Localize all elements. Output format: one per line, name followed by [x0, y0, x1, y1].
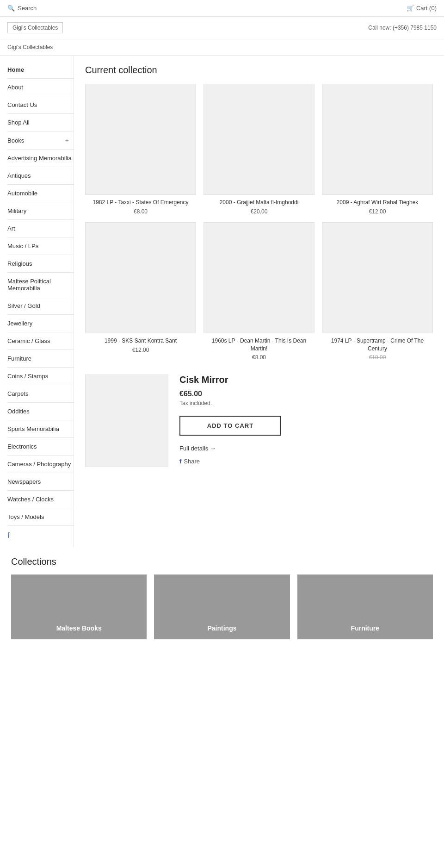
- sidebar-item-coins-stamps[interactable]: Coins / Stamps: [7, 369, 74, 383]
- add-to-cart-button[interactable]: ADD TO CART: [179, 416, 281, 436]
- sidebar-item-music-lps[interactable]: Music / LPs: [7, 239, 74, 253]
- sidebar-item-carpets[interactable]: Carpets: [7, 387, 74, 400]
- sidebar-item-label: Maltese Political Memorabilia: [7, 278, 74, 292]
- share-label[interactable]: Share: [184, 458, 200, 465]
- product-price: €8.00: [204, 354, 314, 361]
- sidebar-item-label: Sports Memorabilia: [7, 425, 59, 432]
- featured-info: Cisk Mirror €65.00 Tax included. ADD TO …: [168, 375, 433, 467]
- sidebar-item-books[interactable]: Books+: [7, 133, 74, 147]
- sidebar-divider: [7, 473, 74, 473]
- product-image: [85, 222, 196, 333]
- sidebar-divider: [7, 255, 74, 255]
- sidebar-item-newspapers[interactable]: Newspapers: [7, 475, 74, 488]
- sidebar-item-toys-models[interactable]: Toys / Models: [7, 510, 74, 524]
- sidebar-item-expand-icon[interactable]: +: [65, 137, 69, 144]
- sidebar-item-antiques[interactable]: Antiques: [7, 169, 74, 182]
- product-price: €12.00: [322, 208, 433, 215]
- breadcrumb-text[interactable]: Gigi's Collectables: [7, 44, 53, 50]
- product-card[interactable]: 1982 LP - Taxxi - States Of Emergency€8.…: [85, 84, 196, 215]
- product-card[interactable]: 2000 - Grajjiet Malta fl-Imghoddi€20.00: [204, 84, 314, 215]
- sidebar-divider: [7, 420, 74, 420]
- search-label[interactable]: Search: [18, 5, 37, 12]
- sidebar-item-electronics[interactable]: Electronics: [7, 440, 74, 453]
- product-card[interactable]: 1974 LP - Supertramp - Crime Of The Cent…: [322, 222, 433, 361]
- sidebar-divider: [7, 131, 74, 131]
- product-image: [85, 84, 196, 195]
- collection-label: Paintings: [207, 624, 236, 632]
- sidebar-item-oddities[interactable]: Oddities: [7, 405, 74, 418]
- sidebar-divider: [7, 402, 74, 403]
- sidebar-divider: [7, 367, 74, 368]
- collection-label: Furniture: [351, 624, 379, 632]
- spacer2: [85, 500, 433, 518]
- sidebar-item-furniture[interactable]: Furniture: [7, 352, 74, 365]
- product-title: 2009 - Aghraf Wirt Rahal Tieghek: [322, 199, 433, 206]
- sidebar-item-label: Oddities: [7, 408, 30, 415]
- product-card[interactable]: 1999 - SKS Sant Kontra Sant€12.00: [85, 222, 196, 361]
- collection-card-maltese-books[interactable]: Maltese Books: [11, 575, 147, 639]
- sidebar-divider: [7, 113, 74, 114]
- product-price: €20.00: [204, 208, 314, 215]
- spacer3: [85, 518, 433, 537]
- product-image: [204, 84, 314, 195]
- sidebar-item-label: Shop All: [7, 119, 30, 126]
- sidebar-item-label: Watches / Clocks: [7, 496, 54, 503]
- sidebar-divider: [7, 184, 74, 185]
- sidebar-item-ceramic-glass[interactable]: Ceramic / Glass: [7, 334, 74, 348]
- sidebar-divider: [7, 508, 74, 508]
- search-area[interactable]: Search: [7, 5, 37, 12]
- collection-card-furniture[interactable]: Furniture: [297, 575, 433, 639]
- cart-label[interactable]: Cart (0): [416, 5, 437, 12]
- sidebar-item-about[interactable]: About: [7, 81, 74, 94]
- sidebar-item-contact-us[interactable]: Contact Us: [7, 98, 74, 112]
- featured-section: Cisk Mirror €65.00 Tax included. ADD TO …: [85, 375, 433, 467]
- sidebar-item-label: Ceramic / Glass: [7, 337, 50, 344]
- sidebar-item-cameras-photography[interactable]: Cameras / Photography: [7, 457, 74, 471]
- sidebar-divider: [7, 490, 74, 491]
- sidebar-item-label: Carpets: [7, 390, 29, 397]
- sidebar-item-maltese-political-memorabilia[interactable]: Maltese Political Memorabilia: [7, 275, 74, 295]
- sidebar-item-label: Advertising Memorabilia: [7, 155, 72, 162]
- sidebar-item-advertising-memorabilia[interactable]: Advertising Memorabilia: [7, 151, 74, 165]
- sidebar-item-jewellery[interactable]: Jewellery: [7, 317, 74, 330]
- full-details-link[interactable]: Full details →: [179, 445, 433, 452]
- product-card[interactable]: 2009 - Aghraf Wirt Rahal Tieghek€12.00: [322, 84, 433, 215]
- sidebar-item-military[interactable]: Military: [7, 204, 74, 218]
- cart-area[interactable]: Cart (0): [407, 5, 437, 12]
- product-card[interactable]: 1960s LP - Dean Martin - This Is Dean Ma…: [204, 222, 314, 361]
- sidebar-item-label: Jewellery: [7, 320, 32, 327]
- collection-card-paintings[interactable]: Paintings: [154, 575, 290, 639]
- breadcrumb: Gigi's Collectables: [0, 39, 444, 56]
- sidebar-item-automobile[interactable]: Automobile: [7, 187, 74, 200]
- sidebar-item-label: Antiques: [7, 172, 31, 179]
- product-price: €12.00: [85, 347, 196, 353]
- featured-product-image: [85, 375, 168, 467]
- product-title: 2000 - Grajjiet Malta fl-Imghoddi: [204, 199, 314, 206]
- share-area[interactable]: Share: [179, 457, 433, 465]
- product-image: [322, 222, 433, 333]
- sidebar-item-label: Coins / Stamps: [7, 373, 48, 380]
- sidebar-divider: [7, 350, 74, 350]
- sidebar-item-art[interactable]: Art: [7, 222, 74, 235]
- sidebar-item-shop-all[interactable]: Shop All: [7, 116, 74, 129]
- sidebar-item-label: Silver / Gold: [7, 302, 40, 309]
- sidebar-divider: [7, 385, 74, 385]
- site-logo[interactable]: Gigi's Collectables: [7, 22, 63, 33]
- collection-label: Maltese Books: [56, 624, 102, 632]
- sidebar-item-religious[interactable]: Religious: [7, 257, 74, 270]
- sidebar-item-sports-memorabilia[interactable]: Sports Memorabilia: [7, 422, 74, 436]
- main-layout: HomeAboutContact UsShop AllBooks+Adverti…: [0, 56, 444, 547]
- sidebar-item-silver-gold[interactable]: Silver / Gold: [7, 299, 74, 312]
- sidebar-item-label: Furniture: [7, 355, 31, 362]
- collections-title: Collections: [11, 556, 433, 567]
- product-image: [322, 84, 433, 195]
- sidebar-facebook-icon[interactable]: f: [7, 531, 74, 540]
- cart-icon: [407, 5, 414, 12]
- top-bar: Search Cart (0): [0, 0, 444, 17]
- sidebar-item-label: Art: [7, 225, 15, 232]
- sidebar-item-label: Newspapers: [7, 478, 41, 485]
- sidebar-item-home[interactable]: Home: [7, 63, 74, 76]
- sidebar-divider: [7, 202, 74, 202]
- sidebar-item-watches-clocks[interactable]: Watches / Clocks: [7, 493, 74, 506]
- product-image: [204, 222, 314, 333]
